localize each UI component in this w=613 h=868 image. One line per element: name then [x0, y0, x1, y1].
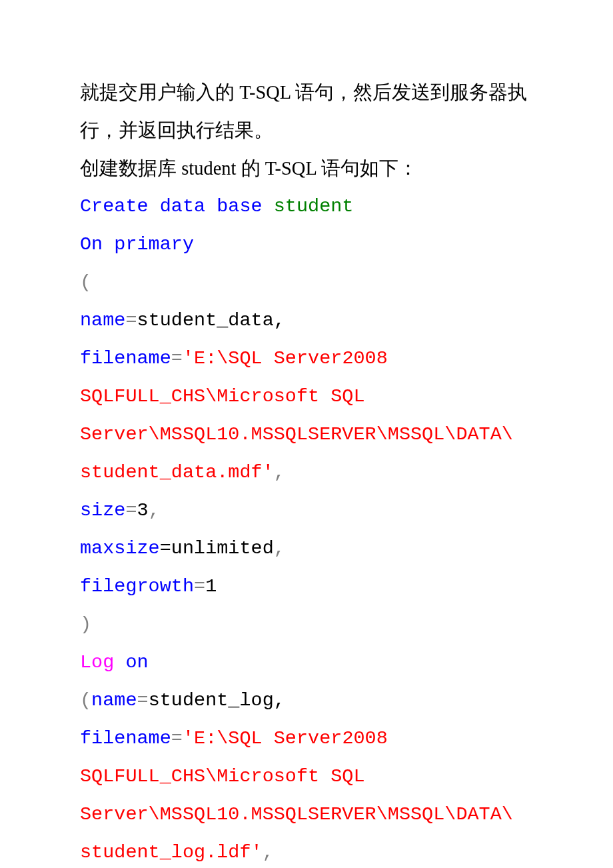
code-line: filename='E:\SQL Server2008 — [80, 719, 533, 757]
code-line: ) — [80, 605, 533, 643]
keyword: on — [114, 651, 148, 673]
string: 'E:\SQL Server2008 — [183, 727, 399, 749]
code-line: On primary — [80, 225, 533, 263]
keyword: filename — [80, 347, 171, 369]
keyword: size — [80, 499, 125, 521]
keyword: Log — [80, 651, 114, 673]
keyword: filegrowth — [80, 575, 194, 597]
punct: , — [263, 841, 274, 863]
identifier: student — [274, 195, 354, 217]
keyword: name — [80, 309, 125, 331]
keyword: maxsize — [80, 537, 160, 559]
keyword: name — [91, 689, 137, 711]
punct: ( — [80, 689, 91, 711]
value: student_log, — [149, 689, 285, 711]
code-line: student_data.mdf', — [80, 453, 533, 491]
keyword: Create data base — [80, 195, 274, 217]
value: =unlimited — [160, 537, 274, 559]
paragraph-line: 就提交用户输入的 T-SQL 语句，然后发送到服务器执 — [80, 73, 533, 111]
value: 1 — [205, 575, 217, 597]
string: student_data.mdf' — [80, 461, 274, 483]
operator: = — [171, 347, 183, 369]
string: 'E:\SQL Server2008 — [183, 347, 399, 369]
code-line: Server\MSSQL10.MSSQLSERVER\MSSQL\DATA\ — [80, 415, 533, 453]
code-line: Log on — [80, 643, 533, 681]
code-line: size=3, — [80, 491, 533, 529]
code-line: student_log.ldf', — [80, 833, 533, 868]
code-line: Server\MSSQL10.MSSQLSERVER\MSSQL\DATA\ — [80, 795, 533, 833]
value: 3 — [137, 499, 149, 521]
punct: , — [149, 499, 160, 521]
operator: = — [125, 309, 137, 331]
operator: = — [125, 499, 137, 521]
document-page: 就提交用户输入的 T-SQL 语句，然后发送到服务器执 行，并返回执行结果。 创… — [0, 0, 613, 868]
operator: = — [194, 575, 205, 597]
code-line: filegrowth=1 — [80, 567, 533, 605]
code-line: SQLFULL_CHS\Microsoft SQL — [80, 377, 533, 415]
code-line: ( — [80, 263, 533, 301]
code-line: Create data base student — [80, 187, 533, 225]
keyword: filename — [80, 727, 171, 749]
code-line: maxsize=unlimited, — [80, 529, 533, 567]
punct: , — [274, 461, 285, 483]
code-line: SQLFULL_CHS\Microsoft SQL — [80, 757, 533, 795]
punct: , — [274, 537, 285, 559]
code-line: (name=student_log, — [80, 681, 533, 719]
paragraph-line: 行，并返回执行结果。 — [80, 111, 533, 149]
value: student_data, — [137, 309, 285, 331]
code-line: name=student_data, — [80, 301, 533, 339]
string: student_log.ldf' — [80, 841, 263, 863]
code-line: filename='E:\SQL Server2008 — [80, 339, 533, 377]
operator: = — [137, 689, 149, 711]
paragraph-line: 创建数据库 student 的 T-SQL 语句如下： — [80, 149, 533, 187]
operator: = — [171, 727, 183, 749]
